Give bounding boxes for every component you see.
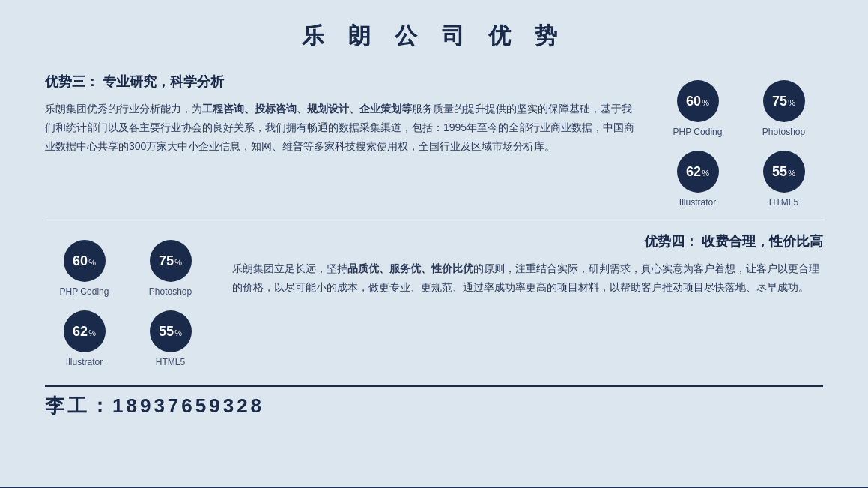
- section-3-title: 优势三： 专业研究，科学分析: [45, 73, 636, 91]
- section-3: 优势三： 专业研究，科学分析 乐朗集团优秀的行业分析能力，为工程咨询、投标咨询、…: [45, 73, 823, 220]
- skill-label-php: PHP Coding: [673, 127, 723, 137]
- skill-percent-photoshop: 75: [772, 94, 787, 109]
- footer-contact-text: 李工：18937659328: [45, 394, 264, 417]
- skill-circle-illustrator-2: 62%: [64, 310, 106, 352]
- skill-item-html5-2: 55% HTML5: [131, 310, 210, 367]
- skill-item-php: 60% PHP Coding: [658, 80, 737, 137]
- skill-circle-photoshop-2: 75%: [150, 240, 192, 282]
- skill-percent-illustrator: 62: [686, 164, 701, 180]
- skill-item-html5: 55% HTML5: [744, 151, 823, 208]
- section-4: 60% PHP Coding 75% Photoshop 62%: [45, 232, 823, 367]
- skill-percent-illustrator-2: 62: [73, 324, 88, 340]
- skill-label-html5-2: HTML5: [156, 357, 185, 367]
- skill-percent-html5-2: 55: [159, 324, 174, 340]
- skill-circle-html5: 55%: [763, 151, 805, 193]
- section-3-left: 优势三： 专业研究，科学分析 乐朗集团优秀的行业分析能力，为工程咨询、投标咨询、…: [45, 73, 658, 208]
- section-4-body-bold: 品质优、服务优、性价比优: [347, 262, 473, 274]
- skill-item-php-2: 60% PHP Coding: [45, 240, 124, 297]
- section-4-body-plain-1: 乐朗集团立足长远，坚持: [232, 262, 347, 274]
- skill-item-illustrator-2: 62% Illustrator: [45, 310, 124, 367]
- skill-circle-php: 60%: [677, 80, 719, 122]
- section-3-skills: 60% PHP Coding 75% Photoshop 62%: [658, 73, 823, 208]
- page-title: 乐 朗 公 司 优 势: [45, 0, 823, 59]
- skill-item-illustrator: 62% Illustrator: [658, 151, 737, 208]
- skill-label-html5: HTML5: [769, 197, 798, 208]
- skill-percent-php-2: 60: [73, 253, 88, 269]
- section-4-body: 乐朗集团立足长远，坚持品质优、服务优、性价比优的原则，注重结合实际，研判需求，真…: [232, 259, 823, 297]
- section-3-body-bold: 工程咨询、投标咨询、规划设计、企业策划等: [202, 103, 412, 115]
- skill-label-photoshop: Photoshop: [762, 127, 805, 137]
- skill-label-illustrator-2: Illustrator: [66, 357, 103, 367]
- skill-percent-html5: 55: [772, 164, 787, 180]
- skill-item-photoshop-2: 75% Photoshop: [131, 240, 210, 297]
- section-4-skills: 60% PHP Coding 75% Photoshop 62%: [45, 232, 210, 367]
- skill-circle-photoshop: 75%: [763, 80, 805, 122]
- skill-item-photoshop: 75% Photoshop: [744, 80, 823, 137]
- skill-circle-illustrator: 62%: [677, 151, 719, 193]
- page-container: 乐 朗 公 司 优 势 优势三： 专业研究，科学分析 乐朗集团优秀的行业分析能力…: [0, 0, 868, 488]
- skill-label-photoshop-2: Photoshop: [149, 286, 192, 297]
- section-4-right: 优势四： 收费合理，性价比高 乐朗集团立足长远，坚持品质优、服务优、性价比优的原…: [210, 232, 823, 367]
- section-3-body-plain: 乐朗集团优秀的行业分析能力，为: [45, 103, 202, 115]
- skill-percent-photoshop-2: 75: [159, 253, 174, 269]
- skill-percent-php: 60: [686, 94, 701, 109]
- section-4-title: 优势四： 收费合理，性价比高: [232, 232, 823, 250]
- skill-label-illustrator: Illustrator: [679, 197, 716, 208]
- footer-contact: 李工：18937659328: [45, 385, 823, 419]
- section-3-body: 乐朗集团优秀的行业分析能力，为工程咨询、投标咨询、规划设计、企业策划等服务质量的…: [45, 100, 636, 157]
- skill-circle-php-2: 60%: [64, 240, 106, 282]
- skill-label-php-2: PHP Coding: [60, 286, 109, 297]
- skill-circle-html5-2: 55%: [150, 310, 192, 352]
